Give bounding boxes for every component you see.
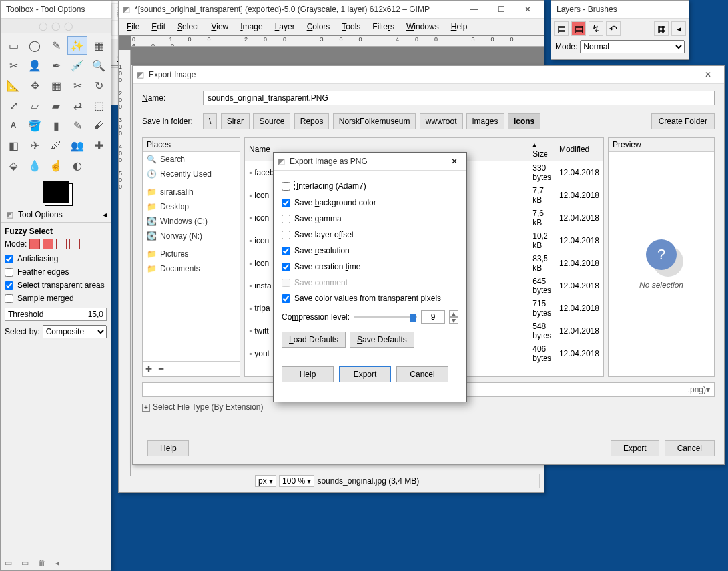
places-home[interactable]: 📁sirar.salih [143, 185, 240, 199]
tool-pencil[interactable]: ✎ [67, 116, 87, 135]
png-close-button[interactable]: ✕ [445, 157, 464, 166]
select-transparent-checkbox[interactable]: Select transparent areas [5, 279, 107, 292]
footer-icon-1[interactable]: ▭ [5, 558, 12, 568]
path-seg-5[interactable]: wwwroot [420, 113, 463, 129]
tool-cage[interactable]: ⬚ [89, 96, 109, 115]
compression-spinner[interactable]: ▴▾ [449, 310, 458, 324]
png-titlebar[interactable]: ◩ Export Image as PNG ✕ [274, 153, 466, 171]
minimize-button[interactable]: — [461, 1, 488, 18]
mode-subtract-icon[interactable] [56, 239, 67, 249]
menu-image[interactable]: Image [235, 20, 268, 33]
path-seg-4[interactable]: NorskFolkemuseum [333, 113, 416, 129]
tool-measure[interactable]: 📐 [3, 76, 23, 95]
name-input[interactable] [203, 91, 715, 105]
cancel-button[interactable]: Cancel [665, 440, 715, 456]
create-folder-button[interactable]: Create Folder [651, 113, 715, 129]
maximize-button[interactable]: ☐ [488, 1, 514, 18]
tool-rotate[interactable]: ↻ [89, 76, 109, 95]
places-search[interactable]: 🔍Search [143, 152, 240, 167]
tool-ink[interactable]: 🖊 [46, 136, 66, 155]
png-help-button[interactable]: Help [282, 366, 334, 382]
save-bg-checkbox[interactable]: Save background color [282, 195, 458, 211]
places-pictures[interactable]: 📁Pictures [143, 247, 240, 261]
png-cancel-button[interactable]: Cancel [396, 366, 448, 382]
places-norway-n[interactable]: 💽Norway (N:) [143, 229, 240, 243]
menu-view[interactable]: View [206, 20, 234, 33]
export-titlebar[interactable]: ◩ Export Image ✕ [133, 66, 724, 84]
tool-smudge[interactable]: ☝ [46, 156, 66, 175]
tool-move[interactable]: ✥ [25, 76, 45, 95]
png-export-button[interactable]: Export [339, 366, 391, 382]
tool-scale[interactable]: ⤢ [3, 96, 23, 115]
close-button[interactable]: ✕ [514, 1, 541, 18]
tool-flip[interactable]: ⇄ [67, 96, 87, 115]
tool-airbrush[interactable]: ✈ [25, 136, 45, 155]
path-seg-7[interactable]: icons [508, 113, 540, 129]
tool-blur[interactable]: 💧 [25, 156, 45, 175]
tool-text[interactable]: A [3, 116, 23, 135]
sample-merged-checkbox[interactable]: Sample merged [5, 292, 107, 305]
blend-mode-dropdown[interactable]: Normal [580, 40, 685, 53]
tool-blend[interactable]: ▮ [46, 116, 66, 135]
status-zoom[interactable]: 100 % ▾ [279, 475, 314, 487]
save-defaults-button[interactable]: Save Defaults [350, 332, 414, 348]
col-modified[interactable]: Modified [555, 138, 603, 161]
tool-crop[interactable]: ✂ [67, 76, 87, 95]
tab-config-icon[interactable]: ▦ [654, 21, 669, 36]
tool-rect-select[interactable]: ▭ [3, 36, 23, 55]
path-seg-1[interactable]: Sirar [221, 113, 250, 129]
path-seg-3[interactable]: Repos [294, 113, 330, 129]
feather-checkbox[interactable]: Feather edges [5, 265, 107, 279]
places-desktop[interactable]: 📁Desktop [143, 199, 240, 214]
tool-by-color[interactable]: ▦ [89, 36, 109, 55]
save-resolution-checkbox[interactable]: Save resolution [282, 243, 458, 259]
dock-handle-icon[interactable]: ◩ [5, 210, 14, 219]
tool-ellipse-select[interactable]: ◯ [25, 36, 45, 55]
compression-value-input[interactable] [421, 310, 445, 324]
tool-scissors[interactable]: ✂ [3, 56, 23, 75]
save-layer-offset-checkbox[interactable]: Save layer offset [282, 227, 458, 243]
tab-undo-icon[interactable]: ↶ [606, 21, 621, 36]
gimp-titlebar[interactable]: ◩ *[sounds_original_transparent] (export… [119, 1, 544, 19]
help-button[interactable]: Help [147, 440, 189, 456]
tool-fuzzy-select[interactable]: ✨ [67, 36, 87, 55]
menu-file[interactable]: File [121, 20, 145, 33]
tool-paths[interactable]: ✒ [46, 56, 66, 75]
save-creation-checkbox[interactable]: Save creation time [282, 259, 458, 275]
export-close-button[interactable]: ✕ [695, 66, 721, 83]
tab-paths-icon[interactable]: ↯ [589, 21, 603, 36]
footer-reset-icon[interactable]: ◂ [55, 558, 59, 568]
places-documents[interactable]: 📁Documents [143, 261, 240, 276]
menu-colors[interactable]: Colors [302, 20, 336, 33]
antialiasing-checkbox[interactable]: Antialiasing [5, 252, 107, 265]
select-by-dropdown[interactable]: Composite [43, 325, 107, 338]
menu-select[interactable]: Select [172, 20, 204, 33]
path-seg-2[interactable]: Source [253, 113, 290, 129]
mode-replace-icon[interactable] [29, 239, 40, 249]
footer-icon-2[interactable]: ▭ [21, 558, 29, 568]
tool-bucket[interactable]: 🪣 [25, 116, 45, 135]
path-seg-root[interactable]: \ [203, 113, 217, 129]
toolbox-titlebar[interactable]: Toolbox - Tool Options [1, 1, 111, 19]
tab-channels-icon[interactable]: ▤ [571, 21, 586, 36]
layers-titlebar[interactable]: Layers - Brushes [551, 1, 689, 19]
export-button[interactable]: Export [611, 440, 659, 456]
tool-foreground[interactable]: 👤 [25, 56, 45, 75]
menu-tools[interactable]: Tools [336, 20, 366, 33]
tab-layers-icon[interactable]: ▤ [554, 21, 569, 36]
tool-free-select[interactable]: ✎ [46, 36, 66, 55]
menu-help[interactable]: Help [446, 20, 473, 33]
compression-slider[interactable] [354, 312, 417, 322]
canvas[interactable]: 0 100 200 300 400 500 600 [119, 35, 544, 65]
tab-menu-icon[interactable]: ◂ [671, 21, 686, 36]
menu-layer[interactable]: Layer [270, 20, 300, 33]
menu-filters[interactable]: Filters [367, 20, 400, 33]
tool-clone[interactable]: 👥 [67, 136, 87, 155]
menu-edit[interactable]: Edit [146, 20, 171, 33]
load-defaults-button[interactable]: Load Defaults [282, 332, 346, 348]
tool-color-picker[interactable]: 💉 [67, 56, 87, 75]
footer-trash-icon[interactable]: 🗑 [38, 558, 46, 568]
places-recent[interactable]: 🕒Recently Used [143, 167, 240, 181]
tool-shear[interactable]: ▱ [25, 96, 45, 115]
places-windows-c[interactable]: 💽Windows (C:) [143, 214, 240, 229]
